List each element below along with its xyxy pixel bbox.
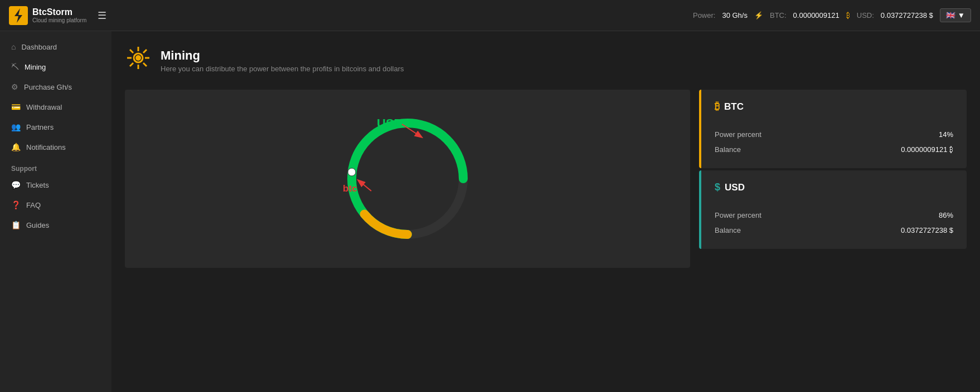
svg-line-9 bbox=[143, 50, 147, 53]
partners-icon: 👥 bbox=[11, 122, 21, 131]
main-content: Mining Here you can distribute the power… bbox=[111, 31, 980, 392]
guides-icon: 📋 bbox=[11, 220, 21, 229]
sidebar-item-guides[interactable]: 📋 Guides bbox=[0, 215, 111, 235]
sidebar-item-dashboard[interactable]: ⌂ Dashboard bbox=[0, 37, 111, 57]
purchase-icon: ⚙ bbox=[11, 82, 18, 91]
btc-power-row: Power percent 14% bbox=[715, 127, 953, 142]
lang-arrow: ▼ bbox=[958, 11, 965, 19]
dashboard-icon: ⌂ bbox=[11, 42, 16, 51]
btc-panel-title: ₿ BTC bbox=[715, 101, 953, 118]
sidebar-label-mining: Mining bbox=[25, 63, 46, 71]
logo-brand: BtcStorm bbox=[32, 7, 86, 17]
page-subtitle: Here you can distribute the power betwee… bbox=[161, 65, 404, 73]
sidebar-item-purchase[interactable]: ⚙ Purchase Gh/s bbox=[0, 77, 111, 97]
btc-balance-value: 0.0000009121 ₿ bbox=[901, 145, 953, 154]
usd-title-text: USD bbox=[725, 182, 745, 193]
sidebar: ⌂ Dashboard ⛏ Mining ⚙ Purchase Gh/s 💳 W… bbox=[0, 31, 111, 392]
sidebar-label-faq: FAQ bbox=[26, 201, 41, 209]
tickets-icon: 💬 bbox=[11, 180, 21, 189]
usd-title-icon: $ bbox=[715, 182, 720, 193]
btc-balance-label: Balance bbox=[715, 145, 741, 154]
language-selector[interactable]: 🇬🇧 ▼ bbox=[940, 8, 971, 22]
donut-chart[interactable]: USD btc bbox=[335, 106, 480, 251]
mining-icon: ⛏ bbox=[11, 62, 19, 71]
sidebar-item-partners[interactable]: 👥 Partners bbox=[0, 117, 111, 137]
usd-balance-value: 0.0372727238 $ bbox=[901, 226, 953, 234]
usd-info-panel: $ USD Power percent 86% Balance 0.037272… bbox=[699, 170, 967, 249]
btc-power-value: 14% bbox=[939, 130, 953, 139]
svg-line-10 bbox=[130, 63, 133, 66]
sidebar-label-withdrawal: Withdrawal bbox=[26, 103, 62, 111]
btc-power-label: Power percent bbox=[715, 130, 761, 139]
topbar-left: BtcStorm Cloud mining platform ☰ bbox=[9, 6, 106, 25]
sidebar-item-faq[interactable]: ❓ FAQ bbox=[0, 195, 111, 215]
support-section-label: Support bbox=[0, 157, 111, 175]
lang-flag: 🇬🇧 bbox=[946, 11, 955, 19]
sidebar-item-mining[interactable]: ⛏ Mining bbox=[0, 57, 111, 77]
sidebar-label-purchase: Purchase Gh/s bbox=[24, 83, 72, 91]
power-value: 30 Gh/s bbox=[722, 11, 748, 19]
sidebar-item-tickets[interactable]: 💬 Tickets bbox=[0, 175, 111, 195]
page-header: Mining Here you can distribute the power… bbox=[125, 45, 967, 76]
faq-icon: ❓ bbox=[11, 200, 21, 209]
usd-value: 0.0372727238 $ bbox=[881, 11, 933, 19]
power-label: Power: bbox=[693, 11, 715, 19]
page-title: Mining bbox=[161, 48, 404, 63]
logo-text: BtcStorm Cloud mining platform bbox=[32, 7, 86, 23]
svg-point-11 bbox=[135, 55, 141, 61]
withdrawal-icon: 💳 bbox=[11, 102, 21, 111]
usd-label: USD: bbox=[857, 11, 874, 19]
svg-line-8 bbox=[143, 63, 147, 66]
sidebar-item-withdrawal[interactable]: 💳 Withdrawal bbox=[0, 97, 111, 117]
btc-title-icon: ₿ bbox=[715, 101, 720, 112]
sidebar-item-notifications[interactable]: 🔔 Notifications bbox=[0, 137, 111, 157]
mining-gear-icon bbox=[125, 45, 152, 76]
sidebar-label-dashboard: Dashboard bbox=[21, 43, 57, 51]
usd-power-label: Power percent bbox=[715, 211, 761, 219]
sidebar-label-partners: Partners bbox=[26, 123, 54, 131]
usd-power-value: 86% bbox=[939, 211, 953, 219]
btc-label: BTC: bbox=[770, 11, 787, 19]
content-grid: USD btc bbox=[125, 90, 967, 268]
chart-btc-label: btc bbox=[343, 183, 357, 194]
notifications-icon: 🔔 bbox=[11, 143, 21, 151]
logo-sub: Cloud mining platform bbox=[32, 17, 86, 23]
logo: BtcStorm Cloud mining platform bbox=[9, 6, 86, 25]
svg-point-15 bbox=[348, 168, 356, 176]
donut-svg bbox=[335, 106, 480, 251]
usd-balance-row: Balance 0.0372727238 $ bbox=[715, 223, 953, 238]
topbar: BtcStorm Cloud mining platform ☰ Power: … bbox=[0, 0, 980, 31]
svg-line-7 bbox=[130, 50, 133, 53]
chart-panel: USD btc bbox=[125, 90, 690, 268]
chart-usd-label: USD bbox=[377, 116, 402, 131]
btc-value: 0.0000009121 bbox=[793, 11, 840, 19]
usd-panel-title: $ USD bbox=[715, 182, 953, 199]
hamburger-menu[interactable]: ☰ bbox=[98, 9, 106, 22]
sidebar-label-tickets: Tickets bbox=[26, 181, 49, 189]
topbar-right: Power: 30 Gh/s ⚡ BTC: 0.0000009121 ₿ USD… bbox=[693, 8, 971, 22]
logo-icon bbox=[9, 6, 28, 25]
sidebar-label-guides: Guides bbox=[26, 221, 49, 229]
layout: ⌂ Dashboard ⛏ Mining ⚙ Purchase Gh/s 💳 W… bbox=[0, 31, 980, 392]
btc-balance-row: Balance 0.0000009121 ₿ bbox=[715, 142, 953, 157]
btc-title-text: BTC bbox=[724, 101, 744, 112]
btc-info-panel: ₿ BTC Power percent 14% Balance 0.000000… bbox=[699, 90, 967, 168]
usd-balance-label: Balance bbox=[715, 226, 741, 234]
right-panels: ₿ BTC Power percent 14% Balance 0.000000… bbox=[699, 90, 967, 268]
page-header-text: Mining Here you can distribute the power… bbox=[161, 48, 404, 73]
sidebar-label-notifications: Notifications bbox=[26, 143, 66, 151]
usd-power-row: Power percent 86% bbox=[715, 208, 953, 223]
